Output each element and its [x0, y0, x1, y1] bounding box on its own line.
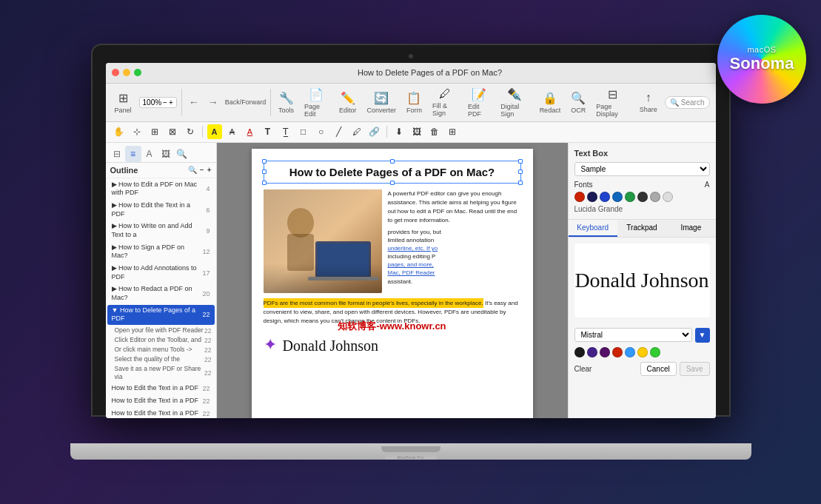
sig-color-yellow[interactable] — [637, 347, 648, 357]
converter-button[interactable]: 🔄 Converter — [363, 90, 399, 115]
handle-tm[interactable] — [390, 159, 395, 164]
color-green[interactable] — [625, 192, 635, 202]
crop-tool[interactable]: ⊠ — [165, 124, 180, 139]
handle-ml[interactable] — [262, 169, 267, 174]
color-darkgray[interactable] — [637, 192, 648, 202]
search-box[interactable]: 🔍 Search — [665, 96, 710, 109]
text-tool[interactable]: T̲ — [278, 124, 293, 139]
line-tool[interactable]: ╱ — [332, 124, 346, 139]
pen-tool[interactable]: T — [261, 124, 275, 139]
forward-button[interactable]: → — [206, 96, 221, 108]
sig-tab-trackpad[interactable]: Trackpad — [617, 220, 666, 237]
sidebar-tab-outline[interactable]: ≡ — [125, 146, 141, 162]
sidebar-subitem-0[interactable]: Open your file with PDF Reader 22 — [106, 326, 216, 335]
maximize-button[interactable] — [134, 69, 141, 76]
tools-button[interactable]: 🔧 Tools — [275, 90, 297, 115]
sig-color-purple1[interactable] — [587, 347, 597, 357]
underline-tool[interactable]: A — [243, 124, 258, 139]
sidebar-tab-image[interactable]: 🖼 — [158, 146, 174, 162]
sidebar-search-icon[interactable]: 🔍 — [188, 166, 197, 174]
sidebar-subitem-1[interactable]: Click Editor on the Toolbar, and 22 — [106, 335, 216, 345]
sidebar-item-9[interactable]: How to Edit the Text in a PDF 22 — [107, 408, 215, 418]
ocr-button[interactable]: 🔍 OCR — [568, 90, 589, 115]
sig-font-select[interactable]: Mistral — [574, 328, 692, 342]
sidebar-tab-thumbnail[interactable]: ⊟ — [109, 146, 125, 162]
select-tool[interactable]: ⊹ — [130, 124, 144, 139]
edit-pdf-button[interactable]: 📝 Edit PDF — [465, 86, 493, 119]
zoom-tool[interactable]: ⊞ — [147, 124, 162, 139]
hand-tool[interactable]: ✋ — [112, 124, 127, 139]
color-lightgray[interactable] — [663, 192, 673, 202]
rotate-tool[interactable]: ↻ — [183, 124, 198, 139]
cancel-button[interactable]: Cancel — [640, 362, 677, 376]
sidebar-item-1[interactable]: ▶ How to Edit the Text in a PDF 6 — [107, 200, 215, 220]
zoom-plus[interactable]: + — [169, 98, 173, 107]
sidebar-subitem-3[interactable]: Select the quality of the 22 — [106, 355, 216, 364]
pen-draw-tool[interactable]: 🖊 — [349, 124, 364, 139]
sidebar-item-2[interactable]: ▶ How to Write on and Add Text to a 9 — [107, 221, 215, 241]
handle-br[interactable] — [518, 181, 523, 185]
sig-color-black[interactable] — [574, 347, 585, 357]
redact-button[interactable]: 🔒 Redact — [537, 90, 564, 115]
back-button[interactable]: ← — [187, 96, 201, 108]
share-button[interactable]: ↑ Share — [637, 90, 660, 115]
sig-color-red[interactable] — [612, 347, 623, 357]
sig-color-blue[interactable] — [625, 347, 635, 357]
handle-tr[interactable] — [518, 159, 523, 164]
editor-button[interactable]: ✏️ Editor — [336, 90, 360, 115]
sidebar-subitem-4[interactable]: Save it as a new PDF or Share via 22 — [106, 364, 216, 382]
minimize-button[interactable] — [123, 69, 130, 76]
ellipse-tool[interactable]: ○ — [314, 124, 329, 139]
sig-tab-keyboard[interactable]: Keyboard — [569, 220, 617, 237]
save-button[interactable]: Save — [680, 362, 710, 376]
sidebar-item-0[interactable]: ▶ How to Edit a PDF on Mac with PDF 4 — [107, 179, 215, 199]
image-tool[interactable]: 🖼 — [409, 124, 424, 139]
pdf-two-col: A powerful PDF editor can give you enoug… — [264, 189, 521, 293]
sidebar-tab-search[interactable]: 🔍 — [174, 146, 190, 162]
pdf-title-textbox[interactable]: How to Delete Pages of a PDF on Mac? — [264, 161, 521, 184]
sidebar-item-5[interactable]: ▶ How to Redact a PDF on Mac? 20 — [107, 283, 215, 303]
zoom-minus[interactable]: − — [163, 98, 167, 107]
color-gray[interactable] — [650, 192, 660, 202]
sidebar-item-6[interactable]: ▼ How to Delete Pages of a PDF 22 — [107, 305, 215, 325]
sidebar-subitem-2[interactable]: Or click main menu Tools -> 22 — [106, 345, 216, 355]
color-blue[interactable] — [600, 192, 610, 202]
fill-sign-button[interactable]: 🖊 Fill & Sign — [429, 86, 460, 118]
handle-bm[interactable] — [390, 181, 395, 185]
form-button[interactable]: 📋 Form — [403, 90, 425, 115]
sample-dropdown[interactable]: Sample — [574, 162, 710, 176]
sig-tab-image[interactable]: Image — [666, 220, 715, 237]
color-darkblue[interactable] — [587, 192, 597, 202]
sig-color-purple2[interactable] — [600, 347, 610, 357]
page-display-button[interactable]: ⊟ Page Display — [593, 86, 632, 119]
sidebar-collapse-icon[interactable]: − — [200, 166, 204, 174]
handle-mr[interactable] — [518, 169, 523, 174]
strikethrough-tool[interactable]: A — [225, 124, 240, 139]
stamp-tool[interactable]: ⬇ — [392, 124, 406, 139]
pdf-signature: Donald Johnson — [283, 337, 378, 355]
zoom-control[interactable]: 100% − + — [139, 97, 177, 108]
grid-tool[interactable]: ⊞ — [445, 124, 460, 139]
color-red[interactable] — [574, 192, 585, 202]
clear-button[interactable]: Clear — [574, 365, 592, 373]
color-medblue[interactable] — [612, 192, 623, 202]
close-button[interactable] — [112, 69, 119, 76]
sig-font-btn[interactable]: ▼ — [695, 328, 710, 343]
pdf-image-svg — [264, 189, 382, 293]
sidebar-item-8[interactable]: How to Edit the Text in a PDF 22 — [107, 395, 215, 407]
handle-bl[interactable] — [262, 181, 267, 185]
link-tool[interactable]: 🔗 — [367, 124, 382, 139]
sidebar-item-3[interactable]: ▶ How to Sign a PDF on Mac? 12 — [107, 242, 215, 262]
sidebar-item-4[interactable]: ▶ How to Add Annotations to PDF 17 — [107, 263, 215, 283]
eraser-tool[interactable]: 🗑 — [427, 124, 442, 139]
rect-tool[interactable]: □ — [296, 124, 311, 139]
page-edit-button[interactable]: 📄 Page Edit — [301, 86, 332, 119]
sig-color-green[interactable] — [650, 347, 660, 357]
sidebar-add-icon[interactable]: + — [207, 166, 212, 174]
sidebar-item-7[interactable]: How to Edit the Text in a PDF 22 — [107, 383, 215, 394]
handle-tl[interactable] — [262, 159, 267, 164]
panel-button[interactable]: ⊞ Panel — [112, 90, 135, 115]
sidebar-tab-bookmark[interactable]: A — [141, 146, 158, 162]
digital-sign-button[interactable]: ✒️ Digital Sign — [497, 86, 532, 119]
highlight-tool[interactable]: A — [207, 124, 222, 139]
